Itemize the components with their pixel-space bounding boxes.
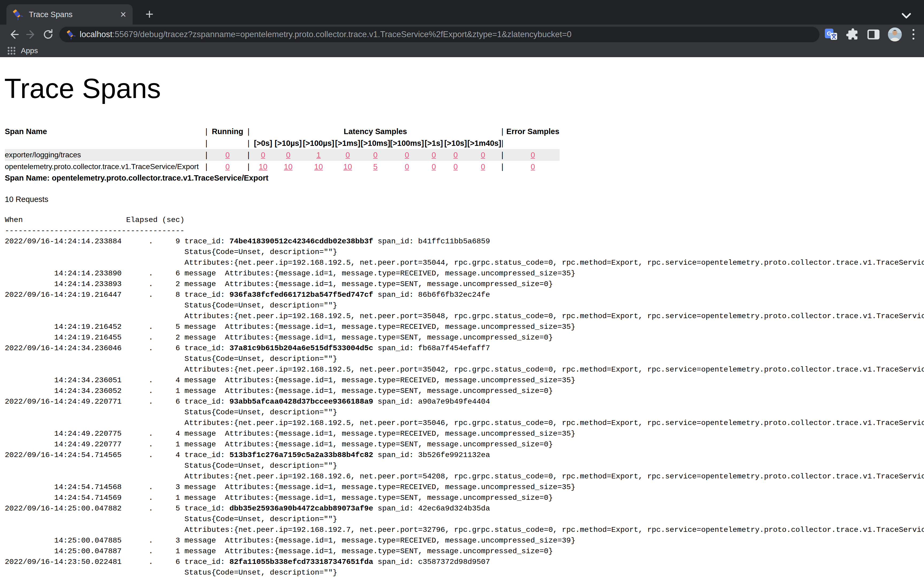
bucket-label: [>100ms] bbox=[390, 139, 424, 148]
pipe: | bbox=[203, 139, 210, 148]
forward-button[interactable] bbox=[23, 26, 40, 43]
url-path: :55679/debug/tracez?zspanname=openteleme… bbox=[112, 30, 571, 39]
log-line: 14:24:49.220775 . 4 message Attributes:{… bbox=[5, 429, 924, 439]
reload-button[interactable] bbox=[40, 26, 57, 43]
span-name-cell: opentelemetry.proto.collector.trace.v1.T… bbox=[5, 163, 203, 171]
col-error-samples: Error Samples bbox=[506, 127, 560, 136]
telescope-favicon-icon bbox=[12, 9, 23, 20]
pipe: | bbox=[499, 163, 506, 171]
apps-grid-icon[interactable] bbox=[7, 46, 16, 55]
bucket-count-link[interactable]: 0 bbox=[424, 151, 444, 160]
bucket-count-link[interactable]: 0 bbox=[274, 151, 302, 160]
col-span-name: Span Name bbox=[5, 127, 203, 136]
bucket-count-link[interactable]: 5 bbox=[361, 163, 390, 171]
bucket-count-link[interactable]: 0 bbox=[252, 151, 274, 160]
running-count-link[interactable]: 0 bbox=[210, 163, 245, 171]
bucket-count-link[interactable]: 0 bbox=[390, 151, 424, 160]
log-line: 14:24:34.236052 . 1 message Attributes:{… bbox=[5, 386, 924, 396]
forward-arrow-icon bbox=[25, 29, 37, 40]
col-latency-samples: Latency Samples bbox=[252, 127, 499, 136]
menu-kebab-icon[interactable] bbox=[910, 29, 917, 40]
summary-header-row: Span Name | Running | Latency Samples | … bbox=[5, 126, 560, 137]
url-host: localhost bbox=[80, 30, 112, 39]
back-button[interactable] bbox=[5, 26, 23, 43]
reload-icon bbox=[42, 29, 54, 40]
log-line: 2022/09/16-14:24:54.714565 . 4 trace_id:… bbox=[5, 450, 924, 461]
log-line: Status{Code=Unset, description=""} bbox=[5, 461, 924, 471]
profile-avatar[interactable] bbox=[888, 27, 902, 41]
log-line: When Elapsed (sec) bbox=[5, 215, 924, 226]
browser-tab[interactable]: Trace Spans × bbox=[6, 4, 132, 24]
pipe: | bbox=[245, 139, 252, 148]
log-line: ---------------------------------------- bbox=[5, 226, 924, 236]
span-name-cell: exporter/logging/traces bbox=[5, 151, 203, 159]
extensions-puzzle-icon[interactable] bbox=[846, 28, 859, 41]
bucket-label: [>100µs] bbox=[302, 139, 335, 148]
summary-row-exporter: exporter/logging/traces | 0 | 0 0 1 0 0 … bbox=[5, 149, 560, 161]
log-line: 14:24:14.233890 . 6 message Attributes:{… bbox=[5, 268, 924, 279]
pipe: | bbox=[499, 139, 506, 148]
log-line: Attributes:{net.peer.ip=192.168.192.5, n… bbox=[5, 311, 924, 322]
pipe: | bbox=[245, 151, 252, 160]
log-line: Status{Code=Unset, description=""} bbox=[5, 300, 924, 311]
bucket-label: [>10ms] bbox=[361, 139, 390, 148]
side-panel-icon[interactable] bbox=[867, 28, 880, 41]
running-count-link[interactable]: 0 bbox=[210, 151, 245, 160]
bucket-label: [>1ms] bbox=[335, 139, 361, 148]
bucket-count-link[interactable]: 10 bbox=[274, 163, 302, 171]
chevron-down-icon[interactable] bbox=[900, 12, 912, 20]
bucket-count-link[interactable]: 0 bbox=[444, 163, 467, 171]
log-line: Attributes:{net.peer.ip=192.168.192.5, n… bbox=[5, 364, 924, 375]
url-bar[interactable]: localhost:55679/debug/tracez?zspanname=o… bbox=[59, 27, 819, 42]
log-line: 14:24:54.714568 . 3 message Attributes:{… bbox=[5, 482, 924, 493]
pipe: | bbox=[203, 163, 210, 171]
bucket-count-link[interactable]: 10 bbox=[252, 163, 274, 171]
error-count-link[interactable]: 0 bbox=[506, 163, 560, 171]
log-line: 14:24:34.236051 . 4 message Attributes:{… bbox=[5, 375, 924, 386]
log-line: 2022/09/16-14:24:49.220771 . 6 trace_id:… bbox=[5, 396, 924, 407]
bucket-count-link[interactable]: 1 bbox=[302, 151, 335, 160]
log-line: 14:24:19.216455 . 2 message Attributes:{… bbox=[5, 332, 924, 343]
bookmarks-bar: Apps bbox=[0, 44, 924, 57]
log-line: Status{Code=Unset, description=""} bbox=[5, 247, 924, 258]
bucket-count-link[interactable]: 0 bbox=[467, 163, 499, 171]
log-line: Attributes:{net.peer.ip=192.168.192.6, n… bbox=[5, 471, 924, 482]
translate-extension-icon[interactable]: G bbox=[824, 27, 838, 41]
tab-close-icon[interactable]: × bbox=[119, 9, 128, 19]
page-title: Trace Spans bbox=[4, 73, 161, 105]
bucket-count-link[interactable]: 0 bbox=[424, 163, 444, 171]
bucket-count-link[interactable]: 0 bbox=[467, 151, 499, 160]
bucket-count-link[interactable]: 10 bbox=[302, 163, 335, 171]
browser-toolbar: localhost:55679/debug/tracez?zspanname=o… bbox=[0, 24, 924, 44]
log-line: Status{Code=Unset, description=""} bbox=[5, 407, 924, 418]
bucket-count-link[interactable]: 0 bbox=[444, 151, 467, 160]
bucket-count-link[interactable]: 0 bbox=[390, 163, 424, 171]
toolbar-actions: G bbox=[824, 27, 917, 41]
new-tab-button[interactable]: + bbox=[140, 5, 159, 24]
col-running: Running bbox=[210, 127, 245, 136]
bucket-count-link[interactable]: 10 bbox=[335, 163, 361, 171]
log-line: 14:24:19.216452 . 5 message Attributes:{… bbox=[5, 322, 924, 332]
error-count-link[interactable]: 0 bbox=[506, 151, 560, 160]
bucket-label: [>10µs] bbox=[274, 139, 302, 148]
span-summary-table: Span Name | Running | Latency Samples | … bbox=[5, 126, 560, 172]
avatar-photo bbox=[888, 27, 902, 41]
log-line: Status{Code=Unset, description=""} bbox=[5, 514, 924, 525]
log-line: Attributes:{net.peer.ip=192.168.192.7, n… bbox=[5, 525, 924, 535]
back-arrow-icon bbox=[8, 29, 20, 40]
bucket-count-link[interactable]: 0 bbox=[361, 151, 390, 160]
pipe: | bbox=[245, 163, 252, 171]
log-line: Attributes:{net.peer.ip=192.168.192.5, n… bbox=[5, 418, 924, 429]
bookmark-apps[interactable]: Apps bbox=[21, 47, 38, 55]
bucket-label: [>0s] bbox=[252, 139, 274, 148]
pipe: | bbox=[203, 151, 210, 160]
log-line: 14:24:14.233893 . 2 message Attributes:{… bbox=[5, 279, 924, 290]
bucket-label: [>1s] bbox=[424, 139, 444, 148]
log-line: Status{Code=Unset, description=""} bbox=[5, 567, 924, 577]
tab-strip: Trace Spans × + bbox=[0, 0, 924, 24]
log-line: Status{Code=Unset, description=""} bbox=[5, 354, 924, 364]
bucket-count-link[interactable]: 0 bbox=[335, 151, 361, 160]
request-count: 10 Requests bbox=[5, 195, 48, 204]
summary-row-export: opentelemetry.proto.collector.trace.v1.T… bbox=[5, 161, 560, 172]
selected-span-name: Span Name: opentelemetry.proto.collector… bbox=[5, 174, 268, 182]
